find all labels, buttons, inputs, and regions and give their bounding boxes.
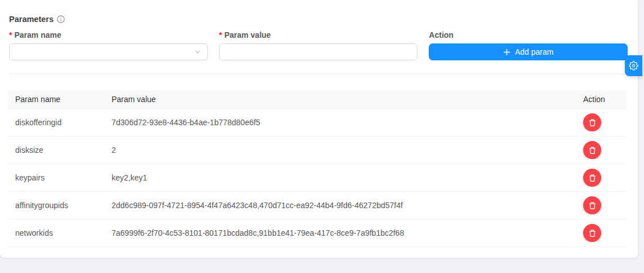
param-name-cell: diskofferingid	[8, 113, 104, 131]
params-table: Param name Param value Action diskofferi…	[8, 90, 627, 247]
param-value-cell: 7d306d72-93e8-4436-b4ae-1b778d80e6f5	[104, 113, 576, 131]
param-value-input[interactable]	[219, 43, 418, 60]
settings-drawer-handle[interactable]	[625, 55, 642, 76]
table-header-row: Param name Param value Action	[8, 90, 627, 109]
column-header-param-name: Param name	[8, 90, 104, 108]
delete-param-button[interactable]	[583, 224, 601, 242]
param-value-cell: key2,key1	[104, 169, 576, 187]
action-cell	[576, 224, 627, 242]
table-row: disksize 2	[8, 136, 627, 164]
column-header-param-value: Param value	[104, 90, 576, 108]
add-param-button-label: Add param	[515, 47, 553, 56]
chevron-down-icon	[194, 49, 201, 55]
plus-icon	[503, 49, 510, 56]
param-name-cell: networkids	[8, 224, 104, 242]
action-field-group: Action Add param	[429, 30, 628, 60]
gear-icon	[629, 61, 638, 71]
parameters-panel: Parameters * Param name	[0, 0, 638, 258]
required-asterisk: *	[9, 30, 12, 39]
param-value-label: * Param value	[219, 30, 418, 39]
delete-icon	[588, 174, 597, 182]
action-label-text: Action	[429, 30, 454, 39]
table-row: networkids 7a6999f6-2f70-4c53-8101-80171…	[8, 219, 627, 247]
delete-icon	[588, 229, 597, 237]
param-name-field-group: * Param name	[9, 30, 208, 60]
param-name-cell: disksize	[8, 141, 104, 159]
add-param-button[interactable]: Add param	[429, 43, 628, 60]
table-row: diskofferingid 7d306d72-93e8-4436-b4ae-1…	[8, 109, 627, 136]
delete-param-button[interactable]	[583, 141, 601, 159]
param-value-field-group: * Param value	[219, 30, 418, 60]
delete-param-button[interactable]	[583, 169, 601, 187]
table-row: keypairs key2,key1	[8, 164, 627, 192]
action-cell	[576, 113, 627, 131]
param-value-label-text: Param value	[224, 30, 271, 39]
table-row: affinitygroupids 2dd6c989-097f-4721-8954…	[8, 192, 627, 219]
delete-icon	[588, 146, 597, 155]
action-cell	[576, 196, 627, 214]
column-header-action: Action	[576, 90, 627, 108]
info-circle-icon[interactable]	[57, 15, 65, 23]
delete-param-button[interactable]	[583, 113, 601, 131]
required-asterisk: *	[219, 30, 222, 39]
param-name-cell: affinitygroupids	[8, 196, 104, 214]
param-form: * Param name * Param value Action	[9, 30, 628, 60]
form-divider	[9, 74, 628, 74]
action-cell	[576, 169, 627, 187]
param-value-cell: 7a6999f6-2f70-4c53-8101-80171bcdad8c,91b…	[104, 224, 576, 242]
delete-param-button[interactable]	[583, 196, 601, 214]
panel-title: Parameters	[9, 15, 54, 24]
table-body: diskofferingid 7d306d72-93e8-4436-b4ae-1…	[8, 109, 627, 247]
delete-icon	[588, 201, 597, 210]
param-value-cell: 2	[104, 141, 576, 159]
param-name-cell: keypairs	[8, 169, 104, 187]
action-label: Action	[429, 30, 628, 39]
delete-icon	[588, 118, 597, 127]
param-name-select[interactable]	[9, 43, 208, 60]
param-value-cell: 2dd6c989-097f-4721-8954-4f47a6423c48,470…	[104, 196, 576, 214]
action-cell	[576, 141, 627, 159]
param-name-label: * Param name	[9, 30, 208, 39]
param-name-label-text: Param name	[14, 30, 61, 39]
panel-header: Parameters	[9, 15, 628, 24]
